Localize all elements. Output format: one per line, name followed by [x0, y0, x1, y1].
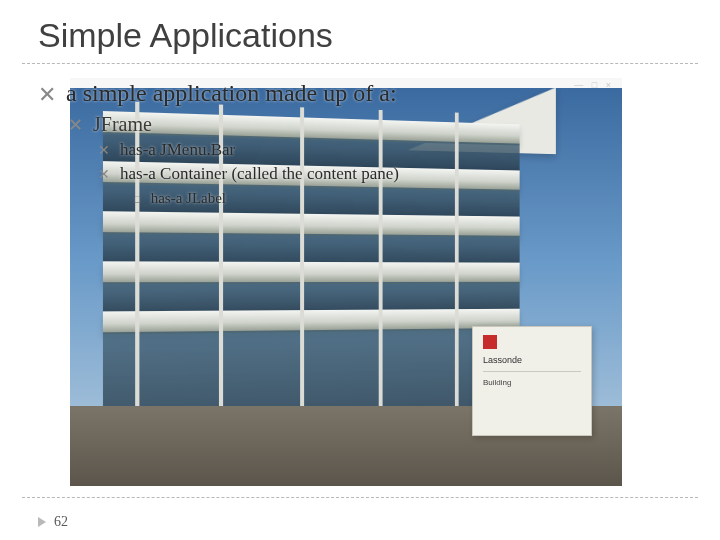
bullet-icon: ✕ [68, 116, 83, 134]
slide: Simple Applications — □ × Lasson [0, 0, 720, 540]
bullet-text: has-a Container (called the content pane… [120, 164, 399, 184]
slide-number: 62 [54, 514, 68, 530]
bullet-level-3: ✕ has-a JMenu.Bar [98, 140, 682, 160]
bullet-level-1: ✕ a simple application made up of a: [38, 80, 682, 107]
bullet-text: has-a JMenu.Bar [120, 140, 235, 160]
square-bullet-icon: □ [134, 194, 141, 205]
bullet-level-3: ✕ has-a Container (called the content pa… [98, 164, 682, 184]
sign-line1: Lassonde [483, 355, 581, 365]
bullet-text: a simple application made up of a: [66, 80, 397, 107]
footer-divider [22, 497, 698, 498]
bullet-icon: ✕ [98, 143, 110, 157]
bullet-icon: ✕ [98, 167, 110, 181]
page-marker-icon [38, 517, 46, 527]
sign-line2: Building [483, 378, 581, 387]
bullet-text: has-a JLabel [151, 190, 226, 207]
bullet-icon: ✕ [38, 84, 56, 106]
sign-logo-icon [483, 335, 497, 349]
slide-title: Simple Applications [0, 0, 720, 63]
building-sign: Lassonde Building [472, 326, 592, 436]
bullet-level-4: □ has-a JLabel [134, 190, 682, 207]
bullet-level-2: ✕ JFrame [68, 113, 682, 136]
bullet-text: JFrame [93, 113, 152, 136]
footer: 62 [38, 514, 68, 530]
content-area: ✕ a simple application made up of a: ✕ J… [0, 64, 720, 207]
